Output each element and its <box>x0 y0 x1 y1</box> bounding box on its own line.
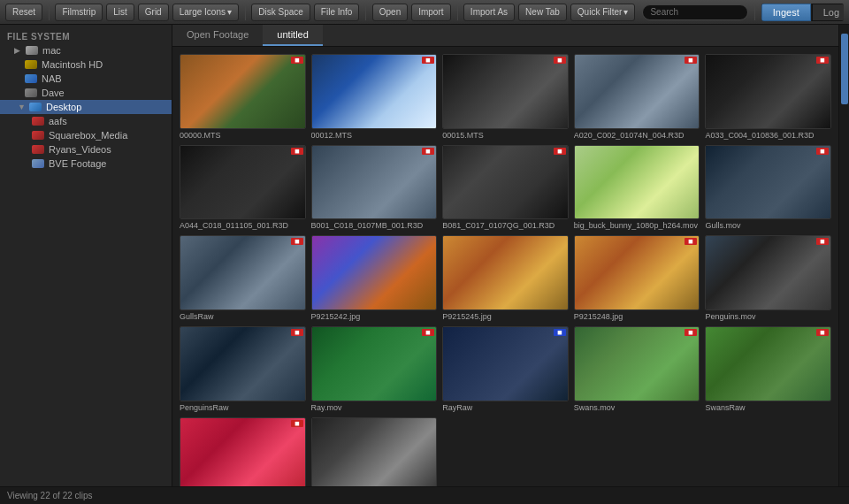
media-filename: PenguinsRaw <box>180 403 306 412</box>
open-button[interactable]: Open <box>372 4 408 21</box>
scrollbar-thumb[interactable] <box>841 34 848 104</box>
tab-log[interactable]: Log <box>812 4 844 21</box>
list-item[interactable]: P9215242.jpg <box>311 235 438 321</box>
list-item[interactable]: ◼ A020_C002_01074N_004.R3D <box>574 54 700 140</box>
sidebar-item-aafs[interactable]: aafs <box>0 114 172 128</box>
list-item[interactable]: ◼ 00015.MTS <box>442 54 569 140</box>
media-thumbnail: ◼ <box>311 326 438 401</box>
sidebar-item-nab[interactable]: NAB <box>0 72 172 86</box>
sidebar-item-dave[interactable]: Dave <box>0 86 172 100</box>
badge-red: ◼ <box>554 57 566 64</box>
thumb-inner <box>312 418 437 486</box>
top-toolbar: Reset Filmstrip List Grid Large Icons ▾ … <box>0 0 849 25</box>
sidebar-label-macintosh-hd: Macintosh HD <box>42 59 103 70</box>
list-item[interactable]: ◼ 00012.MTS <box>311 54 438 140</box>
arrow-icon: ▶ <box>14 46 21 55</box>
reset-button[interactable]: Reset <box>5 4 42 21</box>
media-grid-container[interactable]: ◼ 00000.MTS ◼ 00012.MTS ◼ 00015.MTS ◼ A0… <box>172 47 838 486</box>
list-button[interactable]: List <box>106 4 134 21</box>
list-item[interactable]: ◼ A033_C004_010836_001.R3D <box>705 54 831 140</box>
badge-red: ◼ <box>816 238 829 245</box>
badge-red: ◼ <box>291 57 303 64</box>
thumb-inner <box>575 236 700 309</box>
thumb-inner <box>706 55 830 128</box>
thumb-inner <box>443 146 568 219</box>
thumb-inner <box>443 236 568 309</box>
list-item[interactable]: ◼ B081_C017_0107QG_001.R3D <box>442 145 569 231</box>
sidebar-item-desktop[interactable]: ▼ Desktop <box>0 100 172 114</box>
sidebar-item-macintosh-hd[interactable]: Macintosh HD <box>0 57 172 72</box>
media-filename: P9215245.jpg <box>442 312 569 321</box>
badge-red: ◼ <box>554 148 566 155</box>
list-item[interactable]: ◼ GullsRaw <box>180 235 306 321</box>
badge-red: ◼ <box>685 238 697 245</box>
new-tab-button[interactable]: New Tab <box>518 4 567 21</box>
squarebox-icon <box>32 131 44 140</box>
view-dropdown[interactable]: Large Icons ▾ <box>172 4 239 21</box>
list-item[interactable]: ◼ A044_C018_011105_001.R3D <box>180 145 306 231</box>
list-item[interactable]: big_buck_bunny_1080p_h264.mov <box>574 145 700 231</box>
media-thumbnail <box>311 235 438 310</box>
sidebar-item-bve[interactable]: BVE Footage <box>0 157 172 171</box>
thumb-inner <box>312 236 437 309</box>
list-item[interactable]: ◼ Penguins.mov <box>705 235 831 321</box>
media-filename: B001_C018_0107MB_001.R3D <box>311 221 438 230</box>
list-item[interactable]: ◼ Gulls.mov <box>705 145 831 231</box>
media-thumbnail: ◼ <box>180 235 306 310</box>
quick-filter-button[interactable]: Quick Filter ▾ <box>570 4 636 21</box>
sidebar: FILE SYSTEM ▶ mac Macintosh HD NAB Dave … <box>0 25 172 486</box>
badge-red: ◼ <box>816 329 829 336</box>
media-thumbnail: ◼ <box>574 54 700 129</box>
list-item[interactable]: ◼ <box>180 417 306 486</box>
file-info-button[interactable]: File Info <box>314 4 360 21</box>
list-item[interactable]: ◼ P9215248.jpg <box>574 235 700 321</box>
import-button[interactable]: Import <box>411 4 450 21</box>
list-item[interactable] <box>311 417 438 486</box>
sidebar-label-squarebox: Squarebox_Media <box>49 130 127 141</box>
media-thumbnail: ◼ <box>180 145 306 220</box>
tab-open-footage[interactable]: Open Footage <box>172 25 263 46</box>
filmstrip-button[interactable]: Filmstrip <box>55 4 103 21</box>
media-grid: ◼ 00000.MTS ◼ 00012.MTS ◼ 00015.MTS ◼ A0… <box>180 54 831 486</box>
main-content: FILE SYSTEM ▶ mac Macintosh HD NAB Dave … <box>0 25 849 486</box>
media-filename: Gulls.mov <box>705 221 831 230</box>
list-item[interactable]: ◼ PenguinsRaw <box>180 326 306 412</box>
tab-untitled[interactable]: untitled <box>263 25 322 46</box>
disk-space-button[interactable]: Disk Space <box>251 4 310 21</box>
badge-red: ◼ <box>422 57 434 64</box>
badge-red: ◼ <box>816 57 829 64</box>
thumb-inner <box>312 55 437 128</box>
media-filename: P9215242.jpg <box>311 312 438 321</box>
sidebar-item-ryans[interactable]: Ryans_Videos <box>0 142 172 157</box>
list-item[interactable]: ◼ Ray.mov <box>311 326 438 412</box>
right-scrollbar[interactable] <box>838 25 849 486</box>
media-filename: A044_C018_011105_001.R3D <box>180 221 306 230</box>
badge-red: ◼ <box>685 329 697 336</box>
media-thumbnail: ◼ <box>311 145 438 220</box>
media-thumbnail: ◼ <box>180 326 306 401</box>
mac-drive-icon <box>26 46 38 55</box>
list-item[interactable]: ◼ RayRaw <box>442 326 569 412</box>
sidebar-item-mac[interactable]: ▶ mac <box>0 43 172 57</box>
search-input[interactable] <box>642 4 748 20</box>
grid-button[interactable]: Grid <box>138 4 169 21</box>
list-item[interactable]: ◼ 00000.MTS <box>180 54 306 140</box>
import-as-button[interactable]: Import As <box>463 4 515 21</box>
status-bar: Viewing 22 of 22 clips <box>0 486 849 504</box>
list-item[interactable]: ◼ B001_C018_0107MB_001.R3D <box>311 145 438 231</box>
thumb-inner <box>706 327 830 401</box>
media-filename: B081_C017_0107QG_001.R3D <box>442 221 569 230</box>
media-filename: SwansRaw <box>705 403 831 412</box>
list-item[interactable]: ◼ SwansRaw <box>705 326 831 412</box>
thumb-inner <box>706 146 830 219</box>
media-thumbnail: ◼ <box>180 417 306 486</box>
media-thumbnail: ◼ <box>705 54 831 129</box>
filesystem-title: FILE SYSTEM <box>0 30 172 43</box>
list-item[interactable]: P9215245.jpg <box>442 235 569 321</box>
media-filename: A033_C004_010836_001.R3D <box>705 131 831 140</box>
tab-ingest[interactable]: Ingest <box>761 4 811 21</box>
badge-red: ◼ <box>291 329 303 336</box>
list-item[interactable]: ◼ Swans.mov <box>574 326 700 412</box>
sidebar-item-squarebox[interactable]: Squarebox_Media <box>0 128 172 142</box>
thumb-inner <box>443 327 568 401</box>
